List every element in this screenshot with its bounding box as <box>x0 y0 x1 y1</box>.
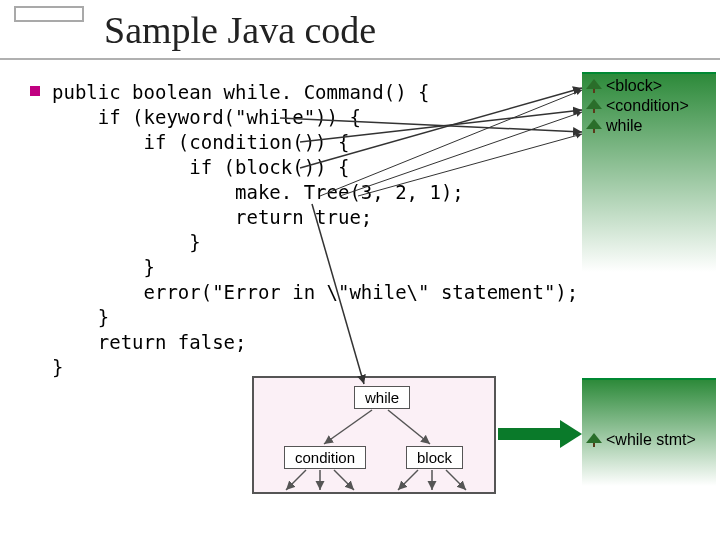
stack-label: <block> <box>606 77 662 95</box>
tree-edges <box>254 378 498 496</box>
code-line: } <box>52 306 109 328</box>
tree-diagram: while condition block <box>252 376 496 494</box>
result-arrow <box>498 420 582 448</box>
slide: Sample Java code public boolean while. C… <box>0 0 720 540</box>
stack-label: <condition> <box>606 97 689 115</box>
code-line: } <box>52 231 201 253</box>
svg-line-4 <box>334 470 354 490</box>
code-line: if (block()) { <box>52 156 349 178</box>
code-line: if (keyword("while")) { <box>52 106 361 128</box>
header-decoration <box>14 6 84 22</box>
stack-item: <condition> <box>586 97 712 115</box>
slide-title: Sample Java code <box>104 8 376 52</box>
svg-line-2 <box>286 470 306 490</box>
svg-line-5 <box>398 470 418 490</box>
code-line: if (condition()) { <box>52 131 349 153</box>
code-line: return true; <box>52 206 372 228</box>
tree-icon <box>586 119 602 133</box>
code-block: public boolean while. Command() { if (ke… <box>52 80 532 380</box>
bullet-icon <box>30 86 40 96</box>
tree-icon <box>586 79 602 93</box>
result-box: <while stmt> <box>582 378 716 486</box>
code-line: error("Error in \"while\" statement"); <box>52 281 578 303</box>
code-line: public boolean while. Command() { <box>52 81 430 103</box>
tree-icon <box>586 99 602 113</box>
stack-item: <block> <box>586 77 712 95</box>
stack-label: while <box>606 117 642 135</box>
svg-line-7 <box>446 470 466 490</box>
code-line: make. Tree(3, 2, 1); <box>52 181 464 203</box>
svg-line-0 <box>324 410 372 444</box>
stack-item: <while stmt> <box>586 431 712 449</box>
svg-rect-15 <box>498 428 560 440</box>
tree-icon <box>586 433 602 447</box>
result-label: <while stmt> <box>606 431 696 449</box>
code-line: } <box>52 356 63 378</box>
title-underline <box>0 58 720 60</box>
svg-line-1 <box>388 410 430 444</box>
stack-box: <block> <condition> while <box>582 72 716 272</box>
code-line: } <box>52 256 155 278</box>
stack-item: while <box>586 117 712 135</box>
code-line: return false; <box>52 331 246 353</box>
